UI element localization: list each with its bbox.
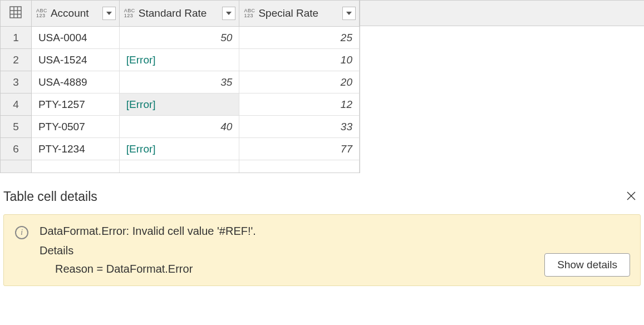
table-row[interactable]: 5PTY-05074033: [1, 116, 360, 138]
row-number-cell[interactable]: 3: [1, 71, 32, 93]
standard-rate-cell[interactable]: 40: [119, 116, 239, 138]
error-message-box: i DataFormat.Error: Invalid cell value '…: [3, 214, 641, 286]
error-cell[interactable]: [Error]: [119, 138, 239, 160]
column-name-label: Standard Rate: [139, 7, 220, 19]
row-number-cell[interactable]: 5: [1, 116, 32, 138]
show-details-button[interactable]: Show details: [544, 253, 630, 277]
column-name-label: Special Rate: [258, 7, 340, 19]
column-header-special-rate[interactable]: ABC 123 Special Rate: [239, 1, 360, 27]
column-filter-button[interactable]: [342, 7, 356, 20]
details-label: Details: [40, 244, 629, 257]
type-any-icon: ABC 123: [36, 8, 47, 18]
table-row[interactable]: 3USA-48893520: [1, 71, 360, 93]
special-rate-cell[interactable]: 25: [239, 27, 360, 49]
close-button[interactable]: [622, 188, 641, 206]
special-rate-cell[interactable]: 33: [239, 116, 360, 138]
data-table: ABC 123 Account ABC: [0, 0, 360, 173]
table-row[interactable]: 6PTY-1234[Error]77: [1, 138, 360, 160]
standard-rate-cell[interactable]: 50: [119, 27, 239, 49]
special-rate-cell[interactable]: 77: [239, 138, 360, 160]
account-cell[interactable]: PTY-1257: [31, 93, 119, 116]
column-name-label: Account: [51, 7, 100, 19]
table-row[interactable]: 4PTY-1257[Error]12: [1, 93, 360, 116]
row-number-cell[interactable]: 2: [1, 49, 32, 71]
account-cell[interactable]: USA-0004: [31, 27, 119, 49]
column-filter-button[interactable]: [222, 7, 235, 20]
column-filter-button[interactable]: [102, 7, 116, 20]
cell-details-panel: Table cell details i DataFormat.Error: I…: [0, 188, 644, 286]
close-icon: [626, 191, 636, 201]
special-rate-cell[interactable]: 10: [239, 49, 360, 71]
special-rate-cell[interactable]: 20: [239, 71, 360, 93]
row-number-cell[interactable]: 6: [1, 138, 32, 160]
empty-row: [1, 160, 360, 173]
type-any-icon: ABC 123: [244, 8, 255, 18]
table-icon: [9, 9, 22, 21]
svg-rect-0: [10, 7, 21, 18]
row-number-cell[interactable]: 4: [1, 93, 32, 116]
error-cell[interactable]: [Error]: [119, 93, 239, 116]
column-header-standard-rate[interactable]: ABC 123 Standard Rate: [119, 1, 239, 27]
standard-rate-cell[interactable]: 35: [119, 71, 239, 93]
table-corner-cell[interactable]: [1, 1, 32, 27]
info-icon: i: [15, 226, 28, 239]
error-message-text: DataFormat.Error: Invalid cell value '#R…: [40, 225, 629, 238]
table-row[interactable]: 2USA-1524[Error]10: [1, 49, 360, 71]
special-rate-cell[interactable]: 12: [239, 93, 360, 116]
account-cell[interactable]: USA-1524: [31, 49, 119, 71]
account-cell[interactable]: USA-4889: [31, 71, 119, 93]
error-reason-text: Reason = DataFormat.Error: [55, 263, 629, 275]
error-cell[interactable]: [Error]: [119, 49, 239, 71]
row-number-cell[interactable]: 1: [1, 27, 32, 49]
account-cell[interactable]: PTY-0507: [31, 116, 119, 138]
details-title: Table cell details: [3, 189, 97, 204]
account-cell[interactable]: PTY-1234: [31, 138, 119, 160]
type-any-icon: ABC 123: [124, 8, 135, 18]
header-background-strip: [360, 0, 644, 26]
table-row[interactable]: 1USA-00045025: [1, 27, 360, 49]
column-header-account[interactable]: ABC 123 Account: [31, 1, 119, 27]
